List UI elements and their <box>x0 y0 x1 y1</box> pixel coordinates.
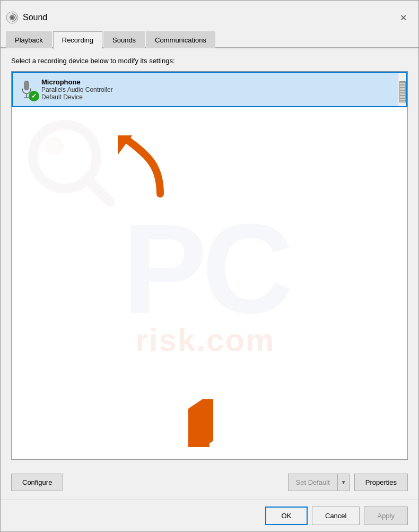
default-check-icon: ✓ <box>29 91 39 101</box>
dialog-footer: OK Cancel Apply <box>1 500 418 531</box>
ok-button[interactable]: OK <box>265 507 308 525</box>
set-default-group: Set Default ▼ <box>288 474 350 491</box>
title-bar-left: Sound <box>6 11 47 24</box>
svg-point-8 <box>45 136 64 156</box>
scrollbar-thumb <box>399 81 406 102</box>
device-status: Default Device <box>41 93 402 101</box>
tab-content: Select a recording device below to modif… <box>1 48 418 468</box>
watermark-pc: PC <box>122 205 288 332</box>
device-info: Microphone Parallels Audio Controller De… <box>41 78 402 101</box>
close-button[interactable]: ✕ <box>395 10 411 25</box>
watermark-risk: risk.com <box>136 322 275 358</box>
device-name: Microphone <box>41 78 402 86</box>
sound-icon <box>6 11 19 24</box>
tab-playback[interactable]: Playback <box>6 31 52 48</box>
tab-communications[interactable]: Communications <box>146 31 215 48</box>
properties-button[interactable]: Properties <box>354 474 408 491</box>
sound-dialog: Sound ✕ Playback Recording Sounds Commun… <box>0 0 419 532</box>
arrow-indicator-up <box>118 135 192 201</box>
arrow-indicator-down <box>188 399 231 449</box>
configure-button[interactable]: Configure <box>11 474 63 491</box>
instruction-text: Select a recording device below to modif… <box>11 57 408 65</box>
device-item-microphone[interactable]: ✓ Microphone Parallels Audio Controller … <box>12 72 407 107</box>
tabs-bar: Playback Recording Sounds Communications <box>1 30 418 48</box>
device-controller: Parallels Audio Controller <box>41 86 402 93</box>
cancel-button[interactable]: Cancel <box>312 507 360 525</box>
action-buttons: Configure Set Default ▼ Properties <box>1 468 418 500</box>
device-icons: ✓ <box>17 79 36 100</box>
tab-sounds[interactable]: Sounds <box>103 31 145 48</box>
scrollbar[interactable] <box>398 73 406 106</box>
svg-point-2 <box>11 16 13 19</box>
set-default-button[interactable]: Set Default <box>289 474 338 491</box>
title-bar: Sound ✕ <box>1 1 418 29</box>
dialog-title: Sound <box>23 13 47 22</box>
svg-rect-3 <box>24 81 29 90</box>
set-default-dropdown[interactable]: ▼ <box>338 474 350 491</box>
apply-button[interactable]: Apply <box>364 507 408 525</box>
tab-recording[interactable]: Recording <box>53 31 102 49</box>
svg-line-9 <box>89 181 110 202</box>
magnifier-watermark <box>22 114 118 211</box>
device-list: ✓ Microphone Parallels Audio Controller … <box>11 71 408 460</box>
